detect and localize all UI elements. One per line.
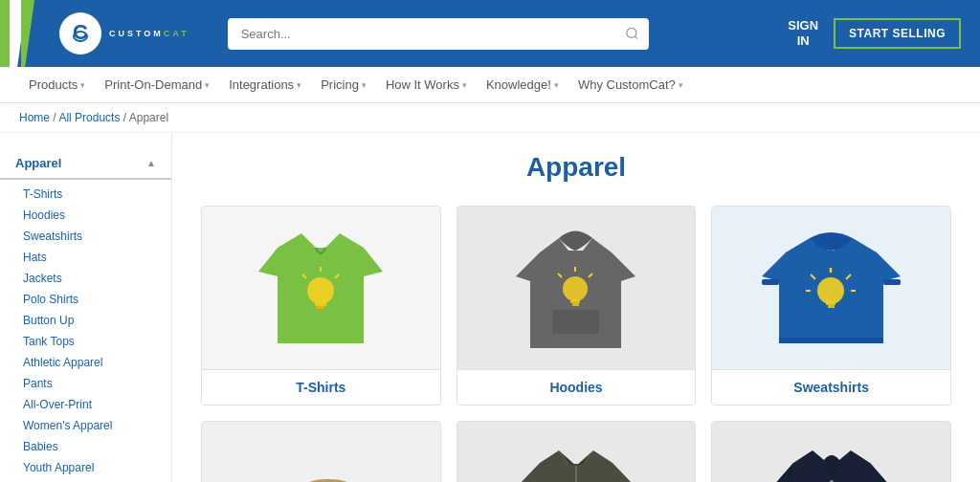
sidebar-item-button-up[interactable]: Button Up xyxy=(0,310,171,331)
svg-marker-54 xyxy=(870,463,889,483)
svg-rect-7 xyxy=(315,301,326,306)
sidebar-item-all-over-print[interactable]: All-Over-Print xyxy=(0,394,171,415)
start-selling-button[interactable]: START SELLING xyxy=(834,18,961,49)
svg-rect-22 xyxy=(883,279,901,285)
product-label-hoodies: Hoodies xyxy=(457,369,696,405)
nav-item-knowledge[interactable]: Knowledge!▾ xyxy=(477,67,568,103)
product-card-polo[interactable]: cc Polo Shirts xyxy=(711,421,951,482)
how-it-works-arrow: ▾ xyxy=(462,80,467,90)
breadcrumb-all-products[interactable]: All Products xyxy=(58,111,120,124)
sidebar-apparel-items: T-Shirts Hoodies Sweatshirts Hats Jacket… xyxy=(0,180,171,482)
svg-rect-15 xyxy=(570,299,580,303)
nav-bar: Products▾ Print-On-Demand▾ Integrations▾… xyxy=(0,67,980,103)
pod-arrow: ▾ xyxy=(205,80,210,90)
stripe-green-diag xyxy=(21,0,34,67)
svg-rect-16 xyxy=(572,303,579,306)
product-card-sweatshirts[interactable]: Sweatshirts xyxy=(711,206,951,405)
sidebar-item-athletic-apparel[interactable]: Athletic Apparel xyxy=(0,352,171,373)
svg-point-33 xyxy=(304,479,352,483)
logo-icon: C xyxy=(57,11,103,56)
svg-point-6 xyxy=(307,277,334,304)
svg-rect-26 xyxy=(828,305,835,308)
sidebar-item-pants[interactable]: Pants xyxy=(0,373,171,394)
product-card-hoodies[interactable]: Hoodies xyxy=(457,206,697,405)
why-arrow: ▾ xyxy=(679,80,683,90)
logo-custom: CUSTOM xyxy=(109,29,164,38)
sidebar-item-jackets[interactable]: Jackets xyxy=(0,268,171,289)
search-icon xyxy=(625,27,639,41)
product-img-sweatshirts xyxy=(712,207,950,369)
knowledge-arrow: ▾ xyxy=(554,80,559,90)
sidebar-item-hats[interactable]: Hats xyxy=(0,247,171,268)
svg-point-14 xyxy=(563,276,588,301)
product-label-tshirts: T-Shirts xyxy=(202,369,440,405)
breadcrumb-current: Apparel xyxy=(129,111,168,124)
svg-rect-23 xyxy=(779,338,883,343)
main-content: Apparel ▲ T-Shirts Hoodies Sweatshirts H… xyxy=(0,133,980,482)
nav-item-integrations[interactable]: Integrations▾ xyxy=(219,67,311,103)
product-img-hats xyxy=(202,422,440,482)
nav-item-pricing[interactable]: Pricing▾ xyxy=(311,67,376,103)
sidebar-item-sweatshirts[interactable]: Sweatshirts xyxy=(0,226,171,247)
products-area: Apparel xyxy=(172,133,980,482)
pricing-arrow: ▾ xyxy=(362,80,367,90)
svg-line-4 xyxy=(635,36,637,39)
nav-item-why-customcat[interactable]: Why CustomCat?▾ xyxy=(568,67,693,103)
svg-rect-25 xyxy=(826,301,835,305)
sidebar-section-apparel: Apparel ▲ T-Shirts Hoodies Sweatshirts H… xyxy=(0,148,171,482)
integrations-arrow: ▾ xyxy=(297,80,301,90)
breadcrumb: Home / All Products / Apparel xyxy=(0,103,980,133)
product-card-jackets[interactable]: cc Jackets xyxy=(457,421,697,482)
sidebar-item-tank-tops[interactable]: Tank Tops xyxy=(0,331,171,352)
header-right: SIGN IN START SELLING xyxy=(788,18,961,49)
product-img-tshirts xyxy=(202,207,440,369)
sidebar: Apparel ▲ T-Shirts Hoodies Sweatshirts H… xyxy=(0,133,172,482)
header: C CUSTOMCAT SIGN IN START SELLING xyxy=(0,0,980,67)
logo-text: CUSTOMCAT xyxy=(109,29,189,38)
stripe-green xyxy=(0,0,10,67)
products-arrow: ▾ xyxy=(80,80,85,90)
product-card-hats[interactable]: Hats xyxy=(201,421,441,482)
sidebar-apparel-label: Apparel xyxy=(15,156,61,170)
product-grid: T-Shirts xyxy=(201,206,951,482)
svg-point-3 xyxy=(627,28,636,37)
nav-item-print-on-demand[interactable]: Print-On-Demand▾ xyxy=(95,67,219,103)
svg-rect-8 xyxy=(317,306,324,309)
page-title: Apparel xyxy=(201,152,951,183)
sidebar-item-womens-apparel[interactable]: Women's Apparel xyxy=(0,415,171,436)
breadcrumb-home[interactable]: Home xyxy=(19,111,50,124)
sidebar-item-hoodies[interactable]: Hoodies xyxy=(0,205,171,226)
product-img-hoodies xyxy=(457,207,696,369)
nav-item-how-it-works[interactable]: How It Works▾ xyxy=(376,67,477,103)
search-input[interactable] xyxy=(228,18,649,50)
svg-marker-53 xyxy=(774,463,793,483)
product-card-tshirts[interactable]: T-Shirts xyxy=(201,206,441,405)
search-bar xyxy=(228,18,649,50)
svg-rect-13 xyxy=(552,310,599,334)
sign-in-button[interactable]: SIGN IN xyxy=(788,18,818,48)
svg-point-24 xyxy=(817,277,844,304)
product-img-jackets: cc xyxy=(457,422,696,482)
sidebar-apparel-header[interactable]: Apparel ▲ xyxy=(0,148,171,180)
sidebar-item-babies[interactable]: Babies xyxy=(0,436,171,457)
logo-cat: CAT xyxy=(164,29,189,38)
nav-item-products[interactable]: Products▾ xyxy=(19,67,95,103)
apparel-collapse-arrow: ▲ xyxy=(146,158,156,168)
svg-rect-21 xyxy=(762,279,779,285)
logo[interactable]: C CUSTOMCAT xyxy=(57,11,189,56)
sidebar-item-tshirts[interactable]: T-Shirts xyxy=(0,184,171,205)
product-img-polo: cc xyxy=(712,422,950,482)
sidebar-item-youth-apparel[interactable]: Youth Apparel xyxy=(0,457,171,478)
sidebar-item-polo-shirts[interactable]: Polo Shirts xyxy=(0,289,171,310)
product-label-sweatshirts: Sweatshirts xyxy=(712,369,950,405)
